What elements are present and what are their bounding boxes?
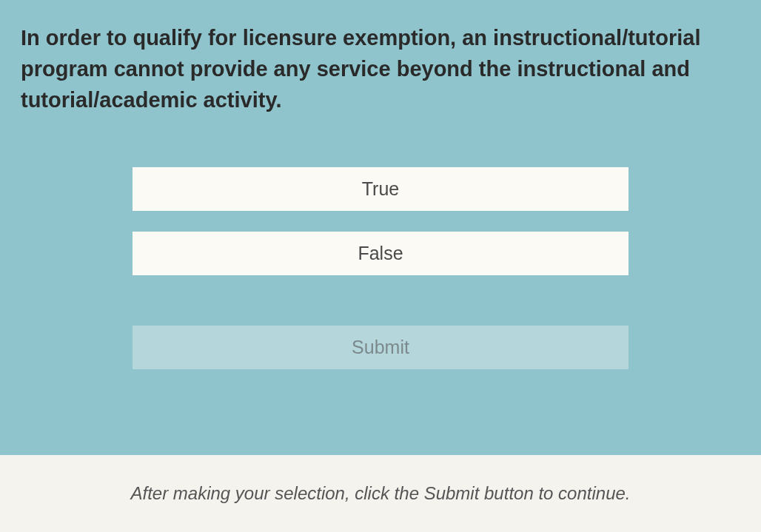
option-true-button[interactable]: True [133, 167, 628, 211]
footer-instruction: After making your selection, click the S… [130, 483, 630, 504]
question-text: In order to qualify for licensure exempt… [15, 22, 746, 115]
options-wrapper: True False Submit [15, 167, 746, 369]
submit-button[interactable]: Submit [133, 326, 628, 369]
option-false-button[interactable]: False [133, 232, 628, 275]
footer-bar: After making your selection, click the S… [0, 455, 761, 532]
quiz-container: In order to qualify for licensure exempt… [0, 0, 761, 455]
